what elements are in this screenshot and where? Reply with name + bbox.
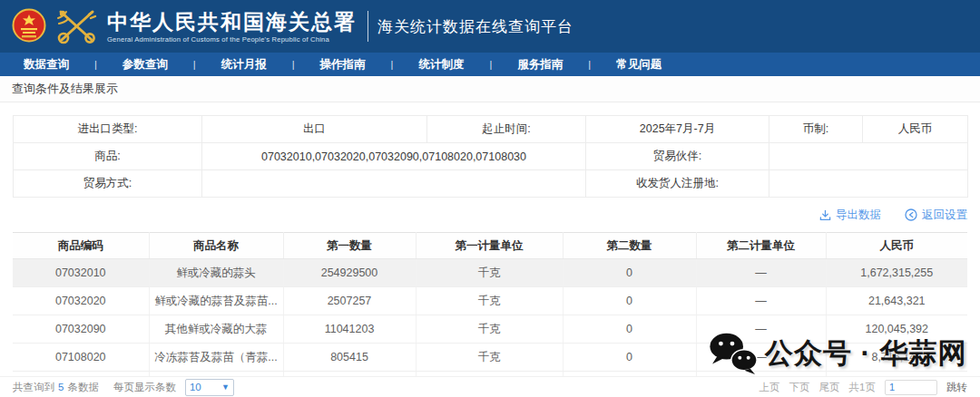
cell-commodity-code: 07032090 <box>13 315 149 344</box>
nav-item-monthly-report[interactable]: 统计月报 <box>218 57 270 73</box>
col-header-second-unit: 第二计量单位 <box>696 233 826 259</box>
cell-commodity-code: 07032010 <box>13 259 149 287</box>
cell-second-unit: — <box>696 287 826 315</box>
nav-separator: | <box>193 59 196 70</box>
customs-key-icon <box>53 5 100 47</box>
cell-rmb: 1,672,315,255 <box>826 259 967 287</box>
col-header-rmb: 人民币 <box>826 233 967 259</box>
query-label-commodity: 商品: <box>14 143 202 170</box>
query-row: 贸易方式: 收发货人注册地: <box>14 170 968 198</box>
cell-second-quantity: 0 <box>563 259 696 287</box>
table-row[interactable]: 07032090 其他鲜或冷藏的大蒜 11041203 千克 0 — 120,0… <box>13 315 967 344</box>
cell-first-quantity: 254929500 <box>283 259 416 287</box>
nav-item-operation-guide[interactable]: 操作指南 <box>317 57 369 73</box>
back-arrow-icon <box>905 208 917 221</box>
cell-first-unit: 千克 <box>416 259 563 287</box>
export-data-button[interactable]: 导出数据 <box>819 208 881 223</box>
cell-second-unit: — <box>696 315 826 344</box>
table-row[interactable]: 07032010 鲜或冷藏的蒜头 254929500 千克 0 — 1,672,… <box>13 259 967 287</box>
cell-first-unit: 千克 <box>416 344 563 372</box>
query-row: 商品: 07032010,07032020,07032090,07108020,… <box>14 143 968 170</box>
pagination: 上页 下页 尾页 共1页 跳转 <box>760 380 967 395</box>
cell-first-quantity: 2507257 <box>283 287 416 315</box>
main-content: 进出口类型: 出口 起止时间: 2025年7月-7月 币制: 人民币 商品: 0… <box>0 102 980 397</box>
query-label-trade-mode: 贸易方式: <box>14 170 202 198</box>
cell-commodity-code: 07032020 <box>13 287 149 315</box>
cell-second-unit: — <box>696 259 826 287</box>
query-label-trade-partner: 贸易伙伴: <box>586 143 769 170</box>
cell-first-quantity: 805415 <box>283 344 416 372</box>
cell-rmb: 120,045,392 <box>826 315 967 344</box>
dropdown-caret-icon: ▼ <box>221 382 230 392</box>
nav-separator: | <box>489 59 492 70</box>
total-pages-label: 共1页 <box>849 381 876 394</box>
agency-title-en: General Administration of Customs of the… <box>107 35 357 44</box>
main-nav: 数据查询 | 参数查询 | 统计月报 | 操作指南 | 统计制度 | 服务指南 … <box>0 53 980 76</box>
last-page-button[interactable]: 尾页 <box>819 381 840 394</box>
cell-second-unit: — <box>696 344 826 372</box>
nav-item-faq[interactable]: 常见问题 <box>612 57 665 73</box>
total-prefix: 共查询到 <box>13 381 54 394</box>
prev-page-button[interactable]: 上页 <box>760 381 780 394</box>
page-jump-input[interactable] <box>885 380 937 395</box>
col-header-first-unit: 第一计量单位 <box>416 233 563 259</box>
per-page-select[interactable]: 10 ▼ <box>185 379 234 396</box>
query-value-date-range: 2025年7月-7月 <box>586 116 769 143</box>
col-header-second-quantity: 第二数量 <box>563 233 696 259</box>
nav-separator: | <box>391 59 394 70</box>
agency-title-block: 中华人民共和国海关总署 General Administration of Cu… <box>107 10 357 44</box>
cell-second-quantity: 0 <box>563 315 696 344</box>
export-data-label: 导出数据 <box>836 208 881 223</box>
cell-first-unit: 千克 <box>416 287 563 315</box>
query-value-trade-mode <box>202 170 586 198</box>
cell-second-quantity: 0 <box>563 287 696 315</box>
jump-button[interactable]: 跳转 <box>946 381 967 394</box>
download-icon <box>819 209 831 221</box>
nav-item-data-query[interactable]: 数据查询 <box>20 57 73 73</box>
cell-commodity-name: 鲜或冷藏的蒜苔及蒜苗... <box>149 287 283 315</box>
per-page-label: 每页显示条数 <box>113 381 176 394</box>
query-value-io-type: 出口 <box>202 116 427 143</box>
nav-item-param-query[interactable]: 参数查询 <box>119 57 172 73</box>
breadcrumb: 查询条件及结果展示 <box>0 76 980 102</box>
nav-separator: | <box>292 59 295 70</box>
footer-bar: 共查询到 5 条数据 每页显示条数 10 ▼ 上页 下页 尾页 共1页 跳转 <box>0 376 980 397</box>
cell-commodity-name: 其他鲜或冷藏的大蒜 <box>149 315 283 344</box>
per-page-value: 10 <box>190 382 201 392</box>
agency-title-cn: 中华人民共和国海关总署 <box>107 10 357 34</box>
next-page-button[interactable]: 下页 <box>789 381 810 394</box>
national-emblem-icon <box>11 8 47 44</box>
col-header-commodity-code: 商品编码 <box>13 233 149 259</box>
total-suffix: 条数据 <box>67 381 99 394</box>
nav-item-statistic-system[interactable]: 统计制度 <box>415 57 467 73</box>
query-value-trade-partner <box>769 143 968 170</box>
table-actions: 导出数据 返回设置 <box>13 206 967 224</box>
table-row[interactable]: 07108020 冷冻蒜苔及蒜苗（青蒜... 805415 千克 0 — 8,7… <box>13 344 967 372</box>
cell-commodity-code: 07108020 <box>13 344 149 372</box>
cell-rmb: 8,716,144 <box>826 344 967 372</box>
results-header-row: 商品编码 商品名称 第一数量 第一计量单位 第二数量 第二计量单位 人民币 <box>13 233 967 259</box>
query-label-registration-place: 收发货人注册地: <box>586 170 769 198</box>
cell-first-unit: 千克 <box>416 315 563 344</box>
query-label-currency: 币制: <box>769 116 863 143</box>
query-value-commodity: 07032010,07032020,07032090,07108020,0710… <box>202 143 586 170</box>
cell-second-quantity: 0 <box>563 344 696 372</box>
return-settings-button[interactable]: 返回设置 <box>905 208 967 223</box>
return-settings-label: 返回设置 <box>922 208 967 223</box>
query-value-registration-place <box>769 170 968 198</box>
table-row[interactable]: 07032020 鲜或冷藏的蒜苔及蒜苗... 2507257 千克 0 — 21… <box>13 287 967 315</box>
cell-commodity-name: 鲜或冷藏的蒜头 <box>149 259 283 287</box>
query-value-currency: 人民币 <box>863 116 968 143</box>
col-header-commodity-name: 商品名称 <box>149 233 283 259</box>
platform-title: 海关统计数据在线查询平台 <box>377 16 573 37</box>
query-row: 进出口类型: 出口 起止时间: 2025年7月-7月 币制: 人民币 <box>14 116 968 143</box>
cell-first-quantity: 11041203 <box>283 315 416 344</box>
query-label-io-type: 进出口类型: <box>14 116 202 143</box>
col-header-first-quantity: 第一数量 <box>283 233 416 259</box>
nav-item-service-guide[interactable]: 服务指南 <box>514 57 566 73</box>
app-header: 中华人民共和国海关总署 General Administration of Cu… <box>0 0 980 53</box>
query-conditions-table: 进出口类型: 出口 起止时间: 2025年7月-7月 币制: 人民币 商品: 0… <box>13 115 968 198</box>
query-label-date-range: 起止时间: <box>427 116 586 143</box>
nav-separator: | <box>94 59 97 70</box>
results-table: 商品编码 商品名称 第一数量 第一计量单位 第二数量 第二计量单位 人民币 07… <box>13 232 967 397</box>
